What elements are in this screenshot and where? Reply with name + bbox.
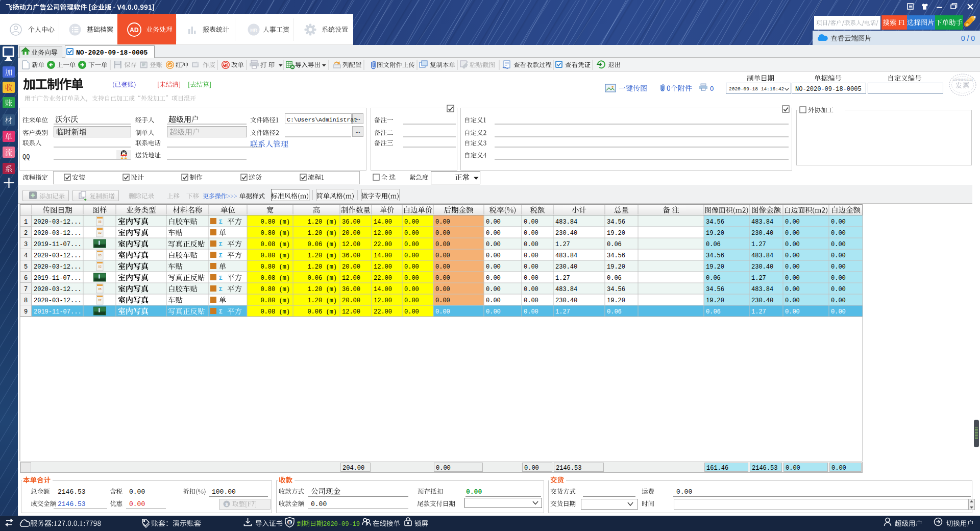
svg-text:0.00: 0.00 xyxy=(785,308,800,316)
svg-text:14.00: 14.00 xyxy=(374,252,392,259)
svg-text:34.56: 34.56 xyxy=(706,219,724,226)
svg-text:Σ: Σ xyxy=(219,241,223,247)
svg-text:0.00: 0.00 xyxy=(486,286,501,293)
svg-text:230.40: 230.40 xyxy=(555,230,577,237)
svg-text:0.00: 0.00 xyxy=(404,252,419,259)
svg-text:0.00: 0.00 xyxy=(435,252,450,259)
svg-text:1.27: 1.27 xyxy=(555,241,570,248)
svg-text:0.00: 0.00 xyxy=(785,241,800,248)
svg-text:2020-09-18 14:16:42: 2020-09-18 14:16:42 xyxy=(729,86,785,92)
svg-text:0.00: 0.00 xyxy=(786,465,800,472)
svg-text:22.00: 22.00 xyxy=(374,275,392,282)
svg-text:0.00: 0.00 xyxy=(831,465,846,472)
svg-text:0.00: 0.00 xyxy=(785,230,800,237)
svg-text:0.00: 0.00 xyxy=(831,263,846,271)
svg-text:483.84: 483.84 xyxy=(751,219,773,226)
svg-text:204.00: 204.00 xyxy=(342,465,364,472)
svg-text:05: 05 xyxy=(98,254,102,257)
svg-text:230.40: 230.40 xyxy=(751,297,773,304)
svg-text:2019-11-07...: 2019-11-07... xyxy=(34,241,82,248)
svg-text:14.00: 14.00 xyxy=(374,286,392,293)
svg-text:2146.53: 2146.53 xyxy=(58,488,86,496)
svg-text:0.00: 0.00 xyxy=(486,308,501,316)
svg-text:0.00: 0.00 xyxy=(524,465,539,472)
svg-text:0.08 (m): 0.08 (m) xyxy=(260,308,290,316)
svg-text:9: 9 xyxy=(24,308,28,316)
svg-text:34.56: 34.56 xyxy=(607,286,625,293)
svg-text:19.20: 19.20 xyxy=(607,297,625,304)
svg-text:0.00: 0.00 xyxy=(404,241,419,248)
svg-text:483.84: 483.84 xyxy=(555,286,577,293)
svg-text:161.46: 161.46 xyxy=(706,465,728,472)
svg-text:0.00: 0.00 xyxy=(435,275,450,282)
svg-text:20.00: 20.00 xyxy=(342,297,360,304)
svg-text:8: 8 xyxy=(24,297,28,304)
svg-text:Σ: Σ xyxy=(219,275,223,281)
svg-text:0.00: 0.00 xyxy=(524,252,538,259)
svg-text:483.84: 483.84 xyxy=(751,286,773,293)
svg-text:0.00: 0.00 xyxy=(404,297,419,304)
svg-text:0.00: 0.00 xyxy=(831,286,846,293)
svg-text:19.20: 19.20 xyxy=(607,230,625,237)
svg-text:230.40: 230.40 xyxy=(555,297,577,304)
svg-text:0.00: 0.00 xyxy=(435,263,450,271)
svg-text:230.40: 230.40 xyxy=(751,230,773,237)
svg-text:02: 02 xyxy=(98,231,102,234)
svg-text:NO-2020-09-18-0005: NO-2020-09-18-0005 xyxy=(76,49,148,57)
svg-text:2146.53: 2146.53 xyxy=(752,465,777,472)
svg-text:1234565432123: 1234565432123 xyxy=(952,78,973,81)
svg-text:0.06: 0.06 xyxy=(607,308,622,316)
svg-text:0.00: 0.00 xyxy=(486,252,501,259)
svg-text:2020-03-12...: 2020-03-12... xyxy=(34,252,82,259)
svg-text:1.27: 1.27 xyxy=(751,308,766,316)
svg-text:0.00: 0.00 xyxy=(435,230,450,237)
svg-text:2146.53: 2146.53 xyxy=(58,500,86,508)
svg-text:36.00: 36.00 xyxy=(342,286,360,293)
svg-text:0.00: 0.00 xyxy=(785,252,800,259)
svg-text:12.00: 12.00 xyxy=(374,297,392,304)
svg-text:C:\Users\Administrat: C:\Users\Administrat xyxy=(287,116,357,123)
svg-text:0.00: 0.00 xyxy=(524,241,538,248)
svg-text:0.00: 0.00 xyxy=(831,275,846,282)
svg-text:Σ: Σ xyxy=(219,219,223,225)
svg-text:0.00: 0.00 xyxy=(785,297,800,304)
svg-text:1.20 (m): 1.20 (m) xyxy=(307,219,337,226)
svg-text:0.00: 0.00 xyxy=(435,241,450,248)
svg-text:0.00: 0.00 xyxy=(486,263,501,271)
svg-text:0.00: 0.00 xyxy=(785,275,800,282)
svg-text:20.00: 20.00 xyxy=(342,230,360,237)
svg-text:19.20: 19.20 xyxy=(706,263,724,271)
svg-text:2020-09-19: 2020-09-19 xyxy=(323,521,360,528)
svg-text:14.00: 14.00 xyxy=(374,219,392,226)
svg-text:1.20 (m): 1.20 (m) xyxy=(307,263,337,271)
svg-text:0.00: 0.00 xyxy=(435,219,450,226)
svg-text:0.00: 0.00 xyxy=(785,263,800,271)
svg-text:0.00: 0.00 xyxy=(435,297,450,304)
svg-text:12.00: 12.00 xyxy=(374,230,392,237)
svg-text:1.20 (m): 1.20 (m) xyxy=(307,230,337,237)
svg-text:1.20 (m): 1.20 (m) xyxy=(307,252,337,259)
svg-text:0.80 (m): 0.80 (m) xyxy=(260,263,290,271)
svg-text:34.56: 34.56 xyxy=(706,252,724,259)
svg-text:05: 05 xyxy=(98,220,102,223)
svg-text:0.00: 0.00 xyxy=(404,275,419,282)
svg-text:1.27: 1.27 xyxy=(751,275,766,282)
svg-text:0.00: 0.00 xyxy=(404,263,419,271)
svg-text:...: ... xyxy=(355,128,360,134)
svg-text:0.00: 0.00 xyxy=(486,241,501,248)
svg-text:22.00: 22.00 xyxy=(374,241,392,248)
svg-text:0.00: 0.00 xyxy=(524,308,538,316)
svg-text:2146.53: 2146.53 xyxy=(556,465,581,472)
svg-text:0.00: 0.00 xyxy=(785,286,800,293)
svg-text:34.56: 34.56 xyxy=(706,286,724,293)
svg-text:2020-03-12...: 2020-03-12... xyxy=(34,297,82,304)
svg-text:0.00: 0.00 xyxy=(486,230,501,237)
svg-text:0.00: 0.00 xyxy=(524,286,538,293)
svg-text:E: E xyxy=(288,520,291,525)
svg-text:2019-11-07...: 2019-11-07... xyxy=(34,275,82,282)
svg-text:0.00: 0.00 xyxy=(831,241,846,248)
svg-text:AD: AD xyxy=(130,27,139,34)
svg-text:2019-11-07...: 2019-11-07... xyxy=(34,308,82,316)
svg-text:0.00: 0.00 xyxy=(129,488,145,496)
svg-text:19.20: 19.20 xyxy=(706,297,724,304)
